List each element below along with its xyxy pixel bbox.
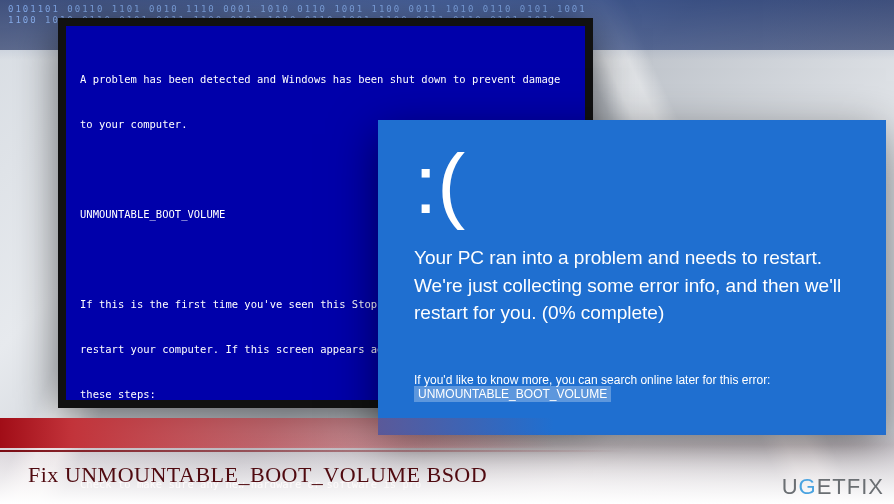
red-accent-line bbox=[0, 450, 894, 452]
sad-face-icon: :( bbox=[414, 142, 854, 226]
red-accent-bar bbox=[0, 418, 894, 448]
article-title: Fix UNMOUNTABLE_BOOT_VOLUME BSOD bbox=[28, 462, 487, 488]
brand-letter-g: G bbox=[799, 474, 817, 499]
bsod-subtext-prefix: If you'd like to know more, you can sear… bbox=[414, 373, 770, 387]
brand-watermark: UGETFIX bbox=[782, 474, 884, 500]
brand-rest: ETFIX bbox=[817, 474, 884, 499]
bsod-subtext: If you'd like to know more, you can sear… bbox=[414, 373, 854, 401]
bsod-message: Your PC ran into a problem and needs to … bbox=[414, 244, 854, 327]
modern-bsod-window: :( Your PC ran into a problem and needs … bbox=[378, 120, 886, 435]
brand-letter-u: U bbox=[782, 474, 799, 499]
bsod-text: A problem has been detected and Windows … bbox=[80, 72, 571, 87]
bsod-error-code-highlight: UNMOUNTABLE_BOOT_VOLUME bbox=[414, 386, 611, 402]
